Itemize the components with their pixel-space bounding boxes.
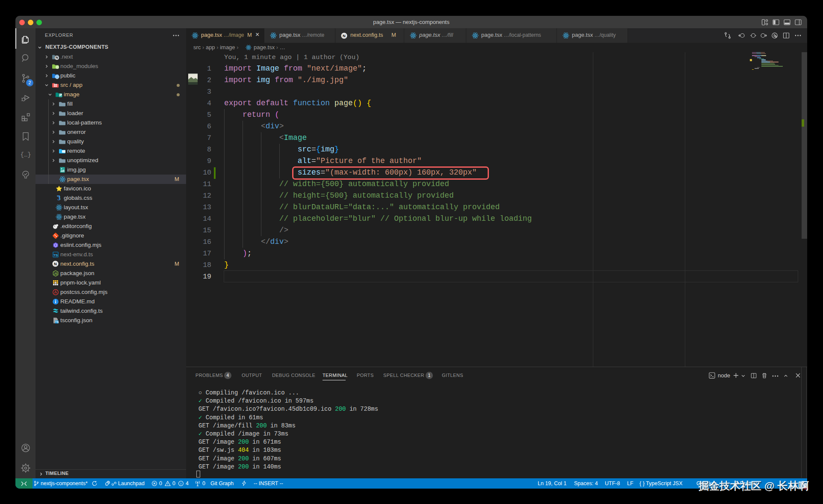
svg-text:N: N <box>343 34 346 38</box>
svg-text:N: N <box>54 262 57 266</box>
svg-text:JS: JS <box>54 272 58 275</box>
svg-text:TS: TS <box>53 253 58 257</box>
svg-text:TS: TS <box>55 320 59 323</box>
